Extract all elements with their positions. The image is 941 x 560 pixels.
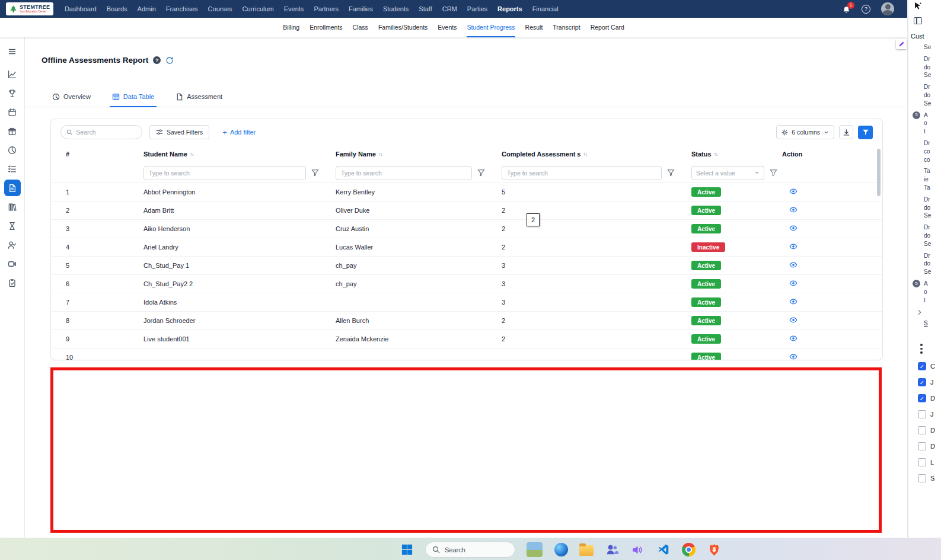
topnav-item-reports[interactable]: Reports: [493, 0, 528, 18]
topnav-item-admin[interactable]: Admin: [132, 0, 161, 18]
status-filter-select[interactable]: Select a value: [691, 166, 764, 180]
view-details-button[interactable]: [789, 261, 798, 269]
menu-toggle-button[interactable]: [4, 43, 21, 60]
funnel-icon[interactable]: [311, 169, 319, 177]
chevron-right-icon[interactable]: [917, 309, 923, 315]
file-explorer-button[interactable]: [579, 543, 594, 557]
panel-checkbox-row[interactable]: S: [908, 474, 941, 482]
download-button[interactable]: [839, 125, 853, 139]
subnav-item-report-card[interactable]: Report Card: [591, 18, 624, 37]
funnel-icon[interactable]: [667, 169, 675, 177]
columns-selector-button[interactable]: 6 columns: [776, 125, 834, 139]
topnav-item-crm[interactable]: CRM: [437, 0, 462, 18]
subnav-item-enrollments[interactable]: Enrollments: [310, 18, 342, 37]
column-header-status[interactable]: Status↑↓: [691, 151, 782, 158]
view-details-button[interactable]: [789, 206, 798, 214]
topnav-item-dashboard[interactable]: Dashboard: [59, 0, 101, 18]
view-details-button[interactable]: [789, 297, 798, 306]
more-options-button[interactable]: [918, 341, 925, 356]
subnav-item-families-students[interactable]: Families/Students: [378, 18, 428, 37]
sidebar-item-statistics[interactable]: [4, 142, 21, 158]
view-details-button[interactable]: [789, 334, 798, 343]
teams-button[interactable]: [605, 543, 619, 557]
windows-start-button[interactable]: [400, 543, 414, 557]
sidebar-item-tasks[interactable]: [4, 161, 21, 177]
sidebar-item-achievements[interactable]: [4, 85, 21, 101]
checkbox[interactable]: [918, 426, 926, 434]
topnav-item-staff[interactable]: Staff: [414, 0, 437, 18]
sidebar-item-grading[interactable]: [4, 274, 21, 291]
view-details-button[interactable]: [789, 316, 798, 324]
checkbox[interactable]: ✓: [918, 362, 926, 370]
panel-checkbox-row[interactable]: J: [908, 410, 941, 418]
student-name-filter-input[interactable]: [143, 166, 306, 180]
column-header-num[interactable]: #: [66, 151, 143, 158]
column-header-family-name[interactable]: Family Name↑↓: [336, 151, 502, 158]
annotate-edit-button[interactable]: [896, 39, 907, 49]
topnav-item-events[interactable]: Events: [279, 0, 309, 18]
chrome-button[interactable]: [681, 543, 696, 557]
widgets-weather-button[interactable]: [527, 542, 543, 557]
view-details-button[interactable]: [789, 353, 798, 360]
edge-browser-button[interactable]: [554, 543, 568, 557]
subnav-item-class[interactable]: Class: [353, 18, 368, 37]
tab-assessment[interactable]: Assessment: [176, 87, 222, 107]
subnav-item-transcript[interactable]: Transcript: [553, 18, 580, 37]
sidebar-item-attendance[interactable]: [4, 236, 21, 253]
panel-checkbox-row[interactable]: ✓ J: [908, 378, 941, 386]
tab-data-table[interactable]: Data Table: [112, 87, 154, 107]
brave-button[interactable]: [707, 543, 721, 557]
topnav-item-financial[interactable]: Financial: [527, 0, 563, 18]
topnav-item-boards[interactable]: Boards: [101, 0, 132, 18]
panel-checkbox-row[interactable]: D: [908, 442, 941, 450]
checkbox[interactable]: [918, 442, 926, 450]
view-details-button[interactable]: [789, 187, 798, 196]
checkbox[interactable]: [918, 474, 926, 482]
view-details-button[interactable]: [789, 242, 798, 251]
panel-toggle-icon[interactable]: [914, 17, 922, 24]
subnav-item-student-progress[interactable]: Student Progress: [467, 18, 515, 37]
app-logo[interactable]: STEMTREE Your Education Center: [6, 2, 53, 15]
view-details-button[interactable]: [789, 224, 798, 232]
topnav-item-parties[interactable]: Parties: [462, 0, 492, 18]
table-scrollbar-thumb[interactable]: [877, 149, 881, 196]
help-button[interactable]: ?: [862, 5, 870, 14]
panel-checkbox-row[interactable]: ✓ C: [908, 362, 941, 370]
search-input[interactable]: [76, 129, 136, 136]
refresh-icon[interactable]: [165, 56, 174, 65]
volume-mixer-button[interactable]: [630, 543, 645, 557]
filter-button[interactable]: [858, 126, 873, 139]
sidebar-item-videos[interactable]: [4, 255, 21, 272]
subnav-item-result[interactable]: Result: [525, 18, 543, 37]
panel-checkbox-row[interactable]: ✓ D: [908, 394, 941, 402]
sidebar-item-analytics[interactable]: [4, 66, 21, 82]
view-details-button[interactable]: [789, 279, 798, 287]
column-header-student-name[interactable]: Student Name↑↓: [143, 151, 336, 158]
sidebar-item-assessments[interactable]: [4, 180, 21, 196]
checkbox[interactable]: [918, 458, 926, 466]
topnav-item-courses[interactable]: Courses: [203, 0, 237, 18]
sidebar-item-calendar[interactable]: [4, 104, 21, 120]
sidebar-item-rewards[interactable]: [4, 123, 21, 139]
funnel-icon[interactable]: [770, 169, 777, 177]
sidebar-item-library[interactable]: [4, 199, 21, 215]
topnav-item-curriculum[interactable]: Curriculum: [237, 0, 279, 18]
checkbox[interactable]: ✓: [918, 378, 926, 386]
subnav-item-events[interactable]: Events: [438, 18, 457, 37]
checkbox[interactable]: ✓: [918, 394, 926, 402]
tab-overview[interactable]: Overview: [52, 87, 91, 107]
user-avatar[interactable]: [881, 2, 894, 15]
sidebar-item-pending[interactable]: [4, 217, 21, 234]
subnav-item-billing[interactable]: Billing: [283, 18, 299, 37]
topnav-item-partners[interactable]: Partners: [309, 0, 344, 18]
topnav-item-franchises[interactable]: Franchises: [161, 0, 203, 18]
vscode-button[interactable]: [656, 543, 670, 557]
family-name-filter-input[interactable]: [336, 166, 472, 180]
checkbox[interactable]: [918, 410, 926, 418]
panel-link[interactable]: S: [924, 320, 928, 327]
panel-checkbox-row[interactable]: L: [908, 458, 941, 466]
add-filter-button[interactable]: + Add filter: [222, 129, 256, 136]
column-header-completed-assessments[interactable]: Completed Assessment s↑↓: [502, 151, 691, 158]
taskbar-search[interactable]: Search: [425, 542, 515, 558]
notifications-button[interactable]: 1: [842, 5, 851, 14]
